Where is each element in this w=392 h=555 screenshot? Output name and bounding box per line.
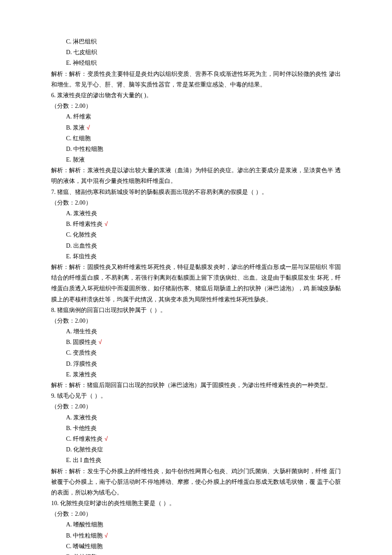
- option-label: B. 纤维素性炎: [66, 221, 103, 227]
- explanation-text: 解析：解析：固膜性炎又称纤维素性坏死性炎，特征是黏膜发炎时，渗出的纤维蛋白形成一…: [51, 262, 341, 305]
- option-d: D. 中性粒细胞: [51, 144, 341, 154]
- option-d: D. 化脓性炎症: [51, 444, 341, 455]
- question-stem: 7. 猪瘟、猪副伤寒和鸡新城疫等时的肠黏膜表面出现的不容易剥离的假膜是（ ）。: [51, 187, 341, 197]
- option-d: D. 单核细胞: [51, 552, 341, 555]
- question-stem: 9. 绒毛心见于（ ）。: [51, 390, 341, 401]
- option-e: E. 出 I 血性炎: [51, 455, 341, 465]
- explanation-text: 解析：解析：发生于心外膜上的纤维性炎，如牛创伤性网胃心包炎、鸡沙门氏菌病、大肠杆…: [51, 466, 341, 498]
- option-d: D. 浮膜性炎: [51, 358, 341, 369]
- check-icon: √: [98, 338, 102, 345]
- check-icon: √: [104, 220, 108, 227]
- option-b: B. 中性粒细胞√: [51, 530, 341, 541]
- option-c: C. 纤维素性炎√: [51, 434, 341, 444]
- option-c: C. 化脓性炎: [51, 229, 341, 240]
- option-c: C. 淋巴组织: [51, 36, 341, 47]
- option-a: A. 增生性炎: [51, 326, 341, 337]
- option-a: A. 浆液性炎: [51, 208, 341, 219]
- question-stem: 10. 化脓性炎症时渗出的炎性细胞主要是（ ）。: [51, 498, 341, 509]
- option-a: A. 纤维素: [51, 111, 341, 122]
- option-label: B. 固膜性炎: [66, 339, 97, 345]
- option-c: C. 红细胞: [51, 133, 341, 144]
- score-line: （分数：2.00）: [51, 101, 341, 111]
- explanation-text: 解析：解析：变质性炎主要特征是炎灶内以组织变质、营养不良或渐进性坏死为主，同时伴…: [51, 69, 341, 90]
- option-e: E. 坏疽性炎: [51, 251, 341, 262]
- explanation-text: 解析：解析：浆液性炎是以渗出较大量的浆液（血清）为特征的炎症。渗出的主要成分是浆…: [51, 165, 341, 186]
- option-label: C. 纤维素性炎: [66, 436, 103, 442]
- option-b: B. 纤维素性炎√: [51, 219, 341, 229]
- option-d: D. 七皮组织: [51, 47, 341, 58]
- check-icon: √: [104, 435, 108, 442]
- check-icon: √: [86, 124, 90, 131]
- option-c: C. 嗜碱性细胞: [51, 541, 341, 552]
- option-d: D. 出血性炎: [51, 240, 341, 251]
- explanation-text: 解析：解析：猪瘟后期回盲口出现的扣状肿（淋巴滤泡）属于固膜性炎，为渗出性纤维素性…: [51, 380, 341, 390]
- score-line: （分数：2.00）: [51, 315, 341, 326]
- option-b: B. 卡他性炎: [51, 423, 341, 434]
- option-a: A. 浆液性炎: [51, 412, 341, 423]
- question-stem: 8. 猪瘟病例的回盲口出现扣状肿属于（ ）。: [51, 305, 341, 315]
- question-stem: 6. 浆液性炎症的渗出物含有大量的( )。: [51, 90, 341, 101]
- check-icon: √: [104, 532, 108, 539]
- score-line: （分数：2.00）: [51, 197, 341, 208]
- option-b: B. 固膜性炎√: [51, 337, 341, 347]
- option-e: E. 脓液: [51, 154, 341, 165]
- option-label: B. 浆液: [66, 124, 85, 131]
- option-e: E. 神经组织: [51, 58, 341, 68]
- option-e: E. 浆液性炎: [51, 369, 341, 380]
- option-a: A. 嗜酸性细胞: [51, 519, 341, 530]
- score-line: （分数：2.00）: [51, 509, 341, 519]
- score-line: （分数：2.00）: [51, 401, 341, 412]
- option-c: C. 变质性炎: [51, 347, 341, 358]
- option-b: B. 浆液√: [51, 122, 341, 133]
- option-label: B. 中性粒细胞: [66, 532, 103, 539]
